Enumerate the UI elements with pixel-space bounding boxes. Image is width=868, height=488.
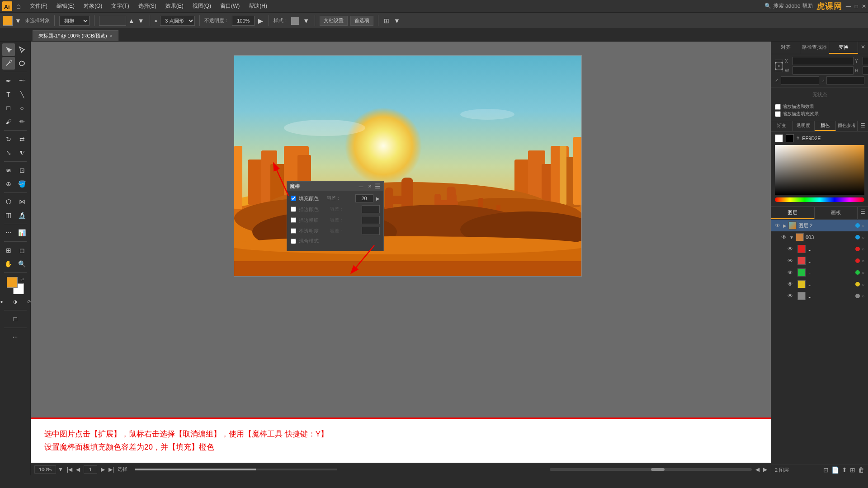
red2-lock[interactable]: ○ (862, 258, 864, 263)
first-page-btn[interactable]: |◀ (67, 466, 72, 473)
layer2-vis-icon[interactable]: 👁 (775, 222, 781, 229)
shear-tool[interactable]: ⧨ (16, 146, 28, 159)
fill-tolerance-input[interactable] (355, 194, 373, 202)
layers-tab[interactable]: 图层 (771, 207, 815, 219)
layer-item-gray[interactable]: 👁 ... ○ (771, 290, 868, 302)
prev-page-btn[interactable]: ◀ (76, 466, 80, 473)
decrement-btn[interactable]: ▼ (137, 16, 145, 25)
transform-icon-btn[interactable] (775, 60, 783, 72)
panel-title-bar[interactable]: 魔棒 — ✕ ☰ (287, 182, 383, 191)
menu-effect[interactable]: 效果(E) (162, 1, 187, 11)
doc-settings-btn[interactable]: 文档设置 (320, 16, 348, 26)
003-vis-icon[interactable]: 👁 (781, 234, 788, 240)
green-vis-icon[interactable]: 👁 (788, 269, 794, 276)
home-icon[interactable]: ⌂ (16, 2, 21, 10)
magic-wand-tool[interactable] (2, 57, 15, 70)
white-swatch-panel[interactable] (775, 134, 783, 142)
style-color[interactable] (291, 17, 299, 25)
right-panel-close[interactable]: ✕ (858, 42, 868, 54)
eraser-tool[interactable]: ◻ (16, 244, 28, 257)
hand-tool[interactable]: ✋ (2, 258, 15, 270)
point-type-dropdown[interactable]: 3 点圆形 (160, 16, 195, 26)
zoom-tool[interactable]: 🔍 (16, 258, 28, 270)
layer2-lock[interactable]: ○ (862, 223, 864, 228)
black-swatch-panel[interactable] (786, 134, 794, 142)
menu-window[interactable]: 窗口(W) (217, 1, 243, 11)
layer-item-red2[interactable]: 👁 ... ○ (771, 255, 868, 267)
status-scrollbar[interactable] (550, 468, 752, 471)
align-tab[interactable]: 对齐 (771, 42, 800, 54)
duplicate-layer-btn[interactable]: ⊞ (850, 466, 855, 474)
003-expand-icon[interactable]: ▼ (789, 235, 794, 240)
select-tool[interactable] (2, 43, 15, 56)
layers-panel-menu[interactable]: ☰ (858, 207, 868, 219)
lasso-tool[interactable] (16, 57, 28, 70)
stroke-selector[interactable]: ▼ (14, 16, 22, 25)
h-input[interactable] (863, 66, 868, 75)
live-paint-tool[interactable]: 🪣 (16, 178, 28, 190)
gradient-swatch[interactable]: ◑ (9, 295, 22, 308)
layer2-expand-icon[interactable]: ▶ (783, 223, 787, 228)
increment-btn[interactable]: ▲ (127, 16, 136, 25)
red2-vis-icon[interactable]: 👁 (788, 258, 794, 264)
layer-item-yellow[interactable]: 👁 ... ○ (771, 278, 868, 290)
yellow-vis-icon[interactable]: 👁 (788, 281, 794, 287)
new-layer-btn[interactable]: 📄 (831, 466, 839, 474)
angle-input[interactable] (781, 76, 819, 84)
search-icon[interactable]: 🔍 搜索 adobe 帮助 (764, 2, 812, 10)
value-input[interactable] (99, 16, 126, 26)
blend-tool[interactable]: ⋯ (2, 226, 15, 239)
mesh-tool[interactable]: ⋈ (16, 195, 28, 208)
menu-edit[interactable]: 编辑(E) (53, 1, 78, 11)
page-number-input[interactable] (84, 465, 97, 474)
paintbrush-tool[interactable]: 🖌 (2, 115, 15, 128)
pen-tool[interactable]: ✒ (2, 75, 15, 87)
ellipse-tool[interactable]: ○ (16, 102, 28, 114)
opacity-tolerance-input[interactable] (362, 227, 380, 235)
transform-objects-checkbox[interactable] (775, 111, 781, 117)
layer-item-layer2[interactable]: 👁 ▶ 图层 2 ○ (771, 220, 868, 231)
next-page-btn[interactable]: ▶ (101, 466, 105, 473)
illustration[interactable]: 魔棒 — ✕ ☰ 填充颜色 容差： (234, 55, 582, 277)
artboard-tool[interactable]: ⊞ (2, 244, 15, 257)
color-canvas[interactable] (775, 145, 864, 195)
move-to-layer-btn[interactable]: ⬆ (842, 466, 847, 474)
stroke-color-checkbox[interactable] (291, 206, 296, 212)
artboard-tab[interactable]: 画板 (815, 207, 858, 219)
gradient-tab[interactable]: 渐变 (771, 121, 793, 131)
prefs-btn[interactable]: 首选项 (350, 16, 373, 26)
bar-chart-tool[interactable]: 📊 (16, 226, 28, 239)
fill-color-swatch[interactable] (3, 16, 13, 26)
style-dropdown[interactable]: ▼ (302, 16, 310, 25)
scale-strokes-checkbox[interactable] (775, 104, 781, 110)
scroll-right[interactable]: ▶ (763, 466, 767, 473)
pencil-tool[interactable]: ✏ (16, 115, 28, 128)
opacity-checkbox[interactable] (291, 228, 296, 234)
panel-menu-btn[interactable]: ☰ (375, 183, 381, 190)
last-page-btn[interactable]: ▶| (108, 466, 114, 473)
scale-tool[interactable]: ⤡ (2, 146, 15, 159)
rotate-tool[interactable]: ↻ (2, 133, 15, 145)
transform-objects-label[interactable]: 缩放描边填充效果 (775, 111, 864, 117)
menu-view[interactable]: 视图(Q) (189, 1, 215, 11)
panel-close[interactable]: ✕ (367, 183, 373, 190)
y-input[interactable] (863, 57, 868, 65)
stroke-width-tolerance-input[interactable] (362, 216, 380, 224)
tab-close-btn[interactable]: × (110, 33, 113, 38)
curvature-tool[interactable]: 〰 (16, 75, 28, 87)
reflect-tool[interactable]: ⇄ (16, 133, 28, 145)
color-mode-btn[interactable]: ● (0, 295, 8, 308)
perspective-tool[interactable]: ⬡ (2, 195, 15, 208)
shear-input[interactable] (826, 76, 865, 84)
color-guide-tab[interactable]: 颜色参考 (836, 121, 858, 131)
main-tab[interactable]: 未标题-1* @ 100% (RGB/预览) × (33, 30, 118, 41)
warp-tool[interactable]: ≋ (2, 164, 15, 177)
blend-mode-dropdown[interactable]: 拥抱 摄边： (59, 16, 90, 26)
scroll-left[interactable]: ◀ (755, 466, 760, 473)
green-lock[interactable]: ○ (862, 270, 864, 275)
gray-lock[interactable]: ○ (862, 294, 864, 299)
layer-item-green[interactable]: 👁 ... ○ (771, 267, 868, 278)
change-screen-mode[interactable]: □ (4, 313, 27, 325)
panel-minimize[interactable]: — (358, 183, 365, 190)
menu-object[interactable]: 对象(O) (80, 1, 106, 11)
